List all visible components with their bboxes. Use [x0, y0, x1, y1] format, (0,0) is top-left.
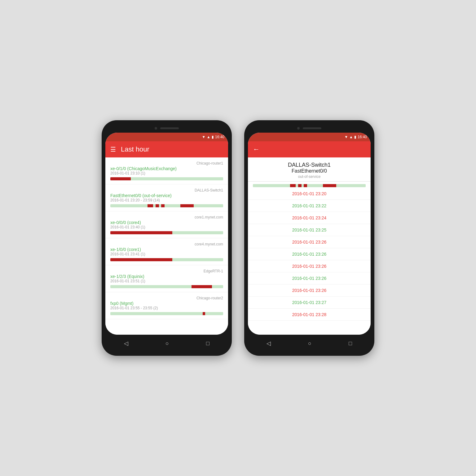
- event-text-1: 2016-01-01 23:22: [292, 203, 327, 208]
- segment-1-2: [161, 204, 165, 207]
- back-button-1[interactable]: ◁: [124, 340, 128, 347]
- event-row-2[interactable]: 2016-01-01 23:24: [248, 212, 371, 224]
- signal-icon-2: ▲: [349, 135, 353, 139]
- list-item-2[interactable]: core1.mynet.comxe-0/0/0 (core4)2016-01-0…: [105, 211, 228, 238]
- wifi-icon: ▼: [202, 135, 205, 139]
- event-row-10[interactable]: 2016-01-01 23:28: [248, 309, 371, 321]
- segment-5-0: [203, 312, 205, 315]
- status-bar-1: ▼ ▲ ▮ 16:40: [105, 133, 228, 141]
- detail-segment-1: [298, 184, 302, 187]
- event-text-5: 2016-01-01 23:26: [292, 252, 327, 257]
- detail-device: DALLAS-Switch1: [253, 162, 366, 168]
- time-label-5: 2016-01-01 23:55 - 23:55 (2): [110, 306, 223, 310]
- recent-button-1[interactable]: □: [206, 340, 209, 347]
- interface-label-2: xe-0/0/0 (core4): [110, 220, 223, 225]
- event-text-2: 2016-01-01 23:24: [292, 215, 327, 220]
- events-list: 2016-01-01 23:202016-01-01 23:222016-01-…: [248, 188, 371, 335]
- wifi-icon-2: ▼: [344, 135, 348, 139]
- event-text-8: 2016-01-01 23:26: [292, 288, 327, 293]
- phone-2: ▼ ▲ ▮ 16:40 ← DALLAS-Switch1 FastEtherne…: [244, 120, 374, 356]
- interface-label-0: xe-0/1/0 (ChicagoMusicExchange): [110, 166, 223, 171]
- event-row-7[interactable]: 2016-01-01 23:26: [248, 272, 371, 284]
- timeline-bar-5: [110, 312, 223, 315]
- segment-1-0: [148, 204, 153, 207]
- segment-0-0: [110, 177, 131, 180]
- timeline-bar-2: [110, 231, 223, 234]
- segment-1-1: [156, 204, 159, 207]
- battery-icon: ▮: [212, 135, 214, 139]
- home-button-1[interactable]: ○: [165, 340, 169, 347]
- front-camera-1: [155, 127, 157, 130]
- segment-3-0: [110, 258, 172, 261]
- back-icon[interactable]: ←: [253, 145, 260, 153]
- interface-label-5: fxp0 (Mgmt): [110, 301, 223, 306]
- interface-label-3: xe-1/0/0 (core1): [110, 247, 223, 252]
- event-row-8[interactable]: 2016-01-01 23:26: [248, 284, 371, 297]
- event-row-3[interactable]: 2016-01-01 23:25: [248, 224, 371, 236]
- app-title: Last hour: [121, 145, 149, 153]
- recent-button-2[interactable]: □: [349, 340, 352, 347]
- interface-label-1: FastEthernet0/0 (out-of-service): [110, 193, 223, 198]
- time-label-4: 2016-01-01 23:51 (1): [110, 279, 223, 283]
- detail-status-text: out-of-service: [253, 174, 366, 179]
- time-label-2: 2016-01-01 23:40 (1): [110, 225, 223, 229]
- list-item-0[interactable]: Chicago-router1xe-0/1/0 (ChicagoMusicExc…: [105, 157, 228, 184]
- router-label-3: core4.mynet.com: [110, 242, 223, 246]
- event-text-9: 2016-01-01 23:27: [292, 300, 327, 305]
- event-text-0: 2016-01-01 23:20: [292, 191, 327, 196]
- list-item-3[interactable]: core4.mynet.comxe-1/0/0 (core1)2016-01-0…: [105, 238, 228, 265]
- speaker-2: [303, 127, 321, 129]
- event-row-4[interactable]: 2016-01-01 23:26: [248, 236, 371, 248]
- phone-top-2: [248, 124, 371, 133]
- event-row-6[interactable]: 2016-01-01 23:26: [248, 260, 371, 272]
- status-bar-2: ▼ ▲ ▮ 16:40: [248, 133, 371, 141]
- phone-bottom-1: ◁ ○ □: [105, 335, 228, 352]
- interface-label-4: xe-1/2/3 (Equinix): [110, 274, 223, 279]
- phone-screen-1: ▼ ▲ ▮ 16:40 ☰ Last hour Chicago-router1x…: [105, 133, 228, 335]
- detail-interface-name: FastEthernet0/0: [253, 168, 366, 174]
- event-row-5[interactable]: 2016-01-01 23:26: [248, 248, 371, 260]
- timeline-bar-4: [110, 285, 223, 288]
- detail-timeline-bar: [253, 184, 366, 187]
- router-label-4: EdgeRTR-1: [110, 269, 223, 273]
- router-label-0: Chicago-router1: [110, 161, 223, 165]
- list-item-4[interactable]: EdgeRTR-1xe-1/2/3 (Equinix)2016-01-01 23…: [105, 265, 228, 292]
- event-row-1[interactable]: 2016-01-01 23:22: [248, 200, 371, 212]
- router-label-5: Chicago-router2: [110, 296, 223, 300]
- segment-2-0: [110, 231, 172, 234]
- time-label-3: 2016-01-01 23:41 (1): [110, 252, 223, 256]
- list-item-1[interactable]: DALLAS-Switch1FastEthernet0/0 (out-of-se…: [105, 184, 228, 211]
- event-text-7: 2016-01-01 23:26: [292, 276, 327, 281]
- speaker-1: [160, 127, 179, 129]
- time-label-1: 2016-01-01 23:20 - 23:59 (14): [110, 198, 223, 202]
- phone-bottom-2: ◁ ○ □: [248, 335, 371, 352]
- event-text-3: 2016-01-01 23:25: [292, 227, 327, 232]
- time-label-0: 2016-01-01 23:10 (1): [110, 171, 223, 175]
- home-button-2[interactable]: ○: [308, 340, 311, 347]
- event-text-6: 2016-01-01 23:26: [292, 264, 327, 269]
- event-text-10: 2016-01-01 23:28: [292, 312, 327, 317]
- router-label-1: DALLAS-Switch1: [110, 188, 223, 192]
- segment-1-3: [180, 204, 194, 207]
- app-bar-2: ←: [248, 141, 371, 157]
- detail-header: DALLAS-Switch1 FastEthernet0/0 out-of-se…: [248, 157, 371, 182]
- event-text-4: 2016-01-01 23:26: [292, 240, 327, 245]
- event-row-0[interactable]: 2016-01-01 23:20: [248, 188, 371, 200]
- battery-icon-2: ▮: [354, 135, 356, 139]
- signal-icon: ▲: [207, 135, 210, 139]
- list-item-5[interactable]: Chicago-router2fxp0 (Mgmt)2016-01-01 23:…: [105, 292, 228, 319]
- menu-icon[interactable]: ☰: [110, 146, 116, 153]
- front-camera-2: [297, 127, 300, 130]
- router-label-2: core1.mynet.com: [110, 215, 223, 219]
- timeline-bar-0: [110, 177, 223, 180]
- phone-screen-2: ▼ ▲ ▮ 16:40 ← DALLAS-Switch1 FastEtherne…: [248, 133, 371, 335]
- event-row-9[interactable]: 2016-01-01 23:27: [248, 297, 371, 309]
- timeline-bar-1: [110, 204, 223, 207]
- phone-1: ▼ ▲ ▮ 16:40 ☰ Last hour Chicago-router1x…: [102, 120, 232, 356]
- list-content: Chicago-router1xe-0/1/0 (ChicagoMusicExc…: [105, 157, 228, 335]
- segment-4-0: [192, 285, 212, 288]
- timeline-bar-3: [110, 258, 223, 261]
- time-display-2: 16:40: [358, 135, 367, 139]
- back-button-2[interactable]: ◁: [267, 340, 271, 347]
- detail-segment-2: [304, 184, 307, 187]
